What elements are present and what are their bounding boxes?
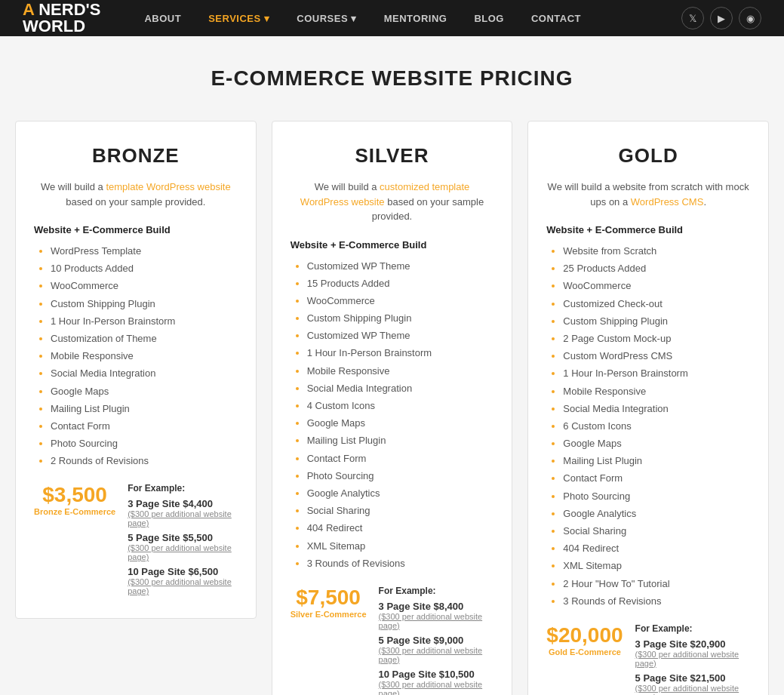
silver-example-3: 10 Page Site $10,500 bbox=[379, 669, 494, 680]
silver-price: $7,500 bbox=[291, 586, 367, 610]
bronze-example-2-sub: ($300 per additional website page) bbox=[128, 543, 237, 561]
nav-services[interactable]: SERVICES ▾ bbox=[195, 0, 283, 36]
gold-section-header: Website + E-Commerce Build bbox=[546, 224, 750, 235]
bronze-example-3-sub: ($300 per additional website page) bbox=[128, 577, 237, 595]
silver-examples: For Example: 3 Page Site $8,400 ($300 pe… bbox=[379, 586, 494, 695]
silver-price-block: $7,500 Silver E-Commerce bbox=[291, 586, 367, 620]
list-item: Contact Form bbox=[51, 420, 238, 433]
list-item: WooCommerce bbox=[563, 279, 750, 293]
site-logo[interactable]: A NERD'SWORLD bbox=[23, 2, 100, 35]
list-item: Mobile Responsive bbox=[563, 385, 750, 398]
bronze-card: BRONZE We will build a template WordPres… bbox=[15, 121, 257, 619]
list-item: 15 Products Added bbox=[307, 277, 494, 291]
list-item: Customized WP Theme bbox=[307, 329, 494, 343]
list-item: Customization of Theme bbox=[51, 332, 238, 346]
list-item: 1 Hour In-Person Brainstorm bbox=[51, 315, 238, 328]
bronze-example-2: 5 Page Site $5,500 bbox=[128, 532, 237, 543]
list-item: WordPress Template bbox=[51, 244, 238, 258]
nav-mentoring[interactable]: MENTORING bbox=[370, 0, 461, 36]
list-item: Contact Form bbox=[563, 472, 750, 485]
pricing-grid: BRONZE We will build a template WordPres… bbox=[15, 121, 769, 695]
nav-about[interactable]: ABOUT bbox=[131, 0, 195, 36]
nav-links: ABOUT SERVICES ▾ COURSES ▾ MENTORING BLO… bbox=[131, 0, 681, 36]
list-item: Customized Check-out bbox=[563, 297, 750, 311]
bronze-price-block: $3,500 Bronze E-Commerce bbox=[34, 483, 115, 517]
silver-example-2: 5 Page Site $9,000 bbox=[379, 635, 494, 646]
list-item: XML Sitemap bbox=[563, 559, 750, 573]
bronze-examples: For Example: 3 Page Site $4,400 ($300 pe… bbox=[128, 483, 237, 600]
bronze-section-header: Website + E-Commerce Build bbox=[34, 224, 238, 235]
list-item: 3 Page Site $8,400 ($300 per additional … bbox=[379, 601, 494, 630]
silver-price-label: Silver E-Commerce bbox=[291, 610, 367, 620]
bronze-example-1-sub: ($300 per additional website page) bbox=[128, 509, 237, 527]
list-item: WooCommerce bbox=[51, 279, 238, 293]
gold-price-label: Gold E-Commerce bbox=[546, 647, 623, 657]
gold-example-2: 5 Page Site $21,500 bbox=[635, 672, 750, 684]
list-item: 5 Page Site $21,500 ($300 per additional… bbox=[635, 672, 750, 695]
list-item: Mobile Responsive bbox=[307, 364, 494, 378]
silver-example-header: For Example: bbox=[379, 586, 494, 596]
list-item: WooCommerce bbox=[307, 294, 494, 308]
list-item: Google Maps bbox=[51, 385, 238, 398]
bronze-price: $3,500 bbox=[34, 483, 115, 507]
gold-pricing: $20,000 Gold E-Commerce For Example: 3 P… bbox=[546, 623, 750, 695]
list-item: 5 Page Site $5,500 ($300 per additional … bbox=[128, 532, 237, 561]
list-item: 3 Rounds of Revisions bbox=[563, 595, 750, 608]
list-item: 10 Page Site $10,500 ($300 per additiona… bbox=[379, 669, 494, 695]
list-item: Mobile Responsive bbox=[51, 349, 238, 363]
list-item: 4 Custom Icons bbox=[307, 399, 494, 413]
main-content: E-COMMERCE WEBSITE PRICING BRONZE We wil… bbox=[0, 36, 784, 695]
gold-price-block: $20,000 Gold E-Commerce bbox=[546, 623, 623, 657]
gold-example-1-sub: ($300 per additional website page) bbox=[635, 650, 750, 668]
social-links: 𝕏 ▶ ◉ bbox=[681, 7, 761, 29]
list-item: Social Media Integration bbox=[51, 367, 238, 380]
list-item: Google Maps bbox=[563, 437, 750, 451]
bronze-description: We will build a template WordPress websi… bbox=[34, 180, 238, 209]
list-item: 25 Products Added bbox=[563, 262, 750, 275]
silver-title: SILVER bbox=[291, 144, 494, 168]
gold-example-2-sub: ($300 per additional website page) bbox=[635, 684, 750, 695]
silver-example-1: 3 Page Site $8,400 bbox=[379, 601, 494, 612]
nav-contact[interactable]: CONTACT bbox=[518, 0, 595, 36]
list-item: 3 Rounds of Revisions bbox=[307, 557, 494, 570]
list-item: Social Media Integration bbox=[307, 382, 494, 395]
list-item: 3 Page Site $20,900 ($300 per additional… bbox=[635, 638, 750, 668]
list-item: 404 Redirect bbox=[563, 542, 750, 555]
bronze-title: BRONZE bbox=[34, 144, 238, 168]
bronze-link[interactable]: template WordPress website bbox=[106, 181, 230, 192]
instagram-icon[interactable]: ◉ bbox=[739, 7, 761, 29]
bronze-example-3: 10 Page Site $6,500 bbox=[128, 566, 237, 577]
list-item: 2 Page Custom Mock-up bbox=[563, 332, 750, 346]
list-item: Photo Sourcing bbox=[51, 437, 238, 451]
list-item: Google Analytics bbox=[307, 487, 494, 500]
list-item: Mailing List Plugin bbox=[563, 454, 750, 468]
nav-blog[interactable]: BLOG bbox=[460, 0, 518, 36]
bronze-example-header: For Example: bbox=[128, 483, 237, 494]
main-nav: A NERD'SWORLD ABOUT SERVICES ▾ COURSES ▾… bbox=[0, 0, 784, 36]
nav-courses[interactable]: COURSES ▾ bbox=[283, 0, 370, 36]
gold-link[interactable]: WordPress CMS bbox=[631, 196, 704, 208]
list-item: Custom Shipping Plugin bbox=[307, 312, 494, 325]
silver-link[interactable]: customized template WordPress website bbox=[300, 181, 470, 208]
list-item: Social Sharing bbox=[563, 524, 750, 538]
list-item: Customized WP Theme bbox=[307, 260, 494, 273]
silver-example-3-sub: ($300 per additional website page) bbox=[379, 680, 494, 695]
twitter-icon[interactable]: 𝕏 bbox=[681, 7, 704, 29]
list-item: Mailing List Plugin bbox=[307, 434, 494, 447]
bronze-pricing: $3,500 Bronze E-Commerce For Example: 3 … bbox=[34, 483, 238, 600]
gold-description: We will build a website from scratch wit… bbox=[546, 180, 750, 209]
list-item: 10 Products Added bbox=[51, 262, 238, 275]
bronze-example-1: 3 Page Site $4,400 bbox=[128, 498, 237, 509]
list-item: 3 Page Site $4,400 ($300 per additional … bbox=[128, 498, 237, 527]
silver-example-1-sub: ($300 per additional website page) bbox=[379, 612, 494, 630]
silver-pricing: $7,500 Silver E-Commerce For Example: 3 … bbox=[291, 586, 494, 695]
gold-price: $20,000 bbox=[546, 623, 623, 647]
gold-features: Website from Scratch 25 Products Added W… bbox=[546, 244, 750, 608]
silver-description: We will build a customized template Word… bbox=[291, 180, 494, 224]
youtube-icon[interactable]: ▶ bbox=[710, 7, 733, 29]
list-item: Social Media Integration bbox=[563, 402, 750, 416]
list-item: 404 Redirect bbox=[307, 521, 494, 535]
gold-title: GOLD bbox=[546, 144, 750, 168]
list-item: Google Maps bbox=[307, 417, 494, 430]
bronze-price-label: Bronze E-Commerce bbox=[34, 507, 115, 517]
